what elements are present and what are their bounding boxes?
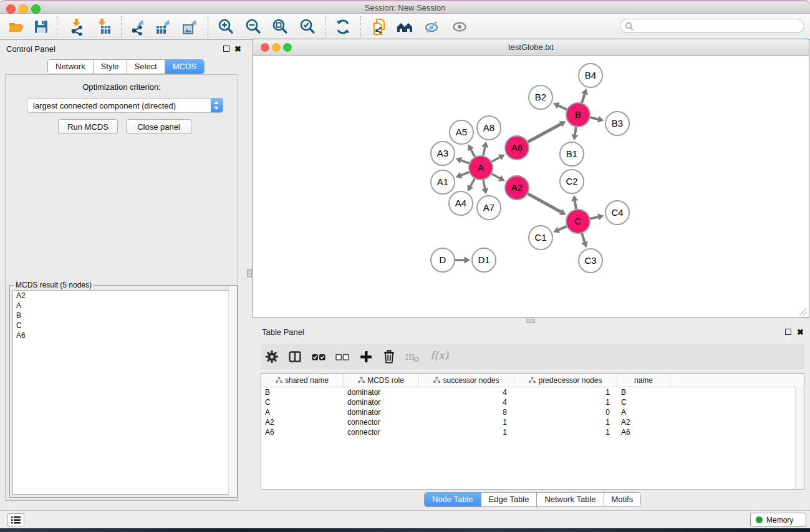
graph-node-A3[interactable]: A3 <box>431 142 455 165</box>
graph-node-A7[interactable]: A7 <box>477 196 501 220</box>
table-row[interactable]: Bdominator41B <box>261 387 804 397</box>
graph-edge-C-C2[interactable] <box>571 195 578 210</box>
select-all-checks-icon[interactable] <box>311 349 326 364</box>
graph-edge-A2-C[interactable] <box>528 194 566 215</box>
graph-node-A6[interactable]: A6 <box>505 136 529 160</box>
column-header[interactable]: successor nodes <box>419 374 514 387</box>
table-row[interactable]: A2connector11A2 <box>261 417 804 427</box>
graph-node-C2[interactable]: C2 <box>560 170 584 193</box>
task-history-button[interactable] <box>7 513 24 526</box>
tab-network-table[interactable]: Network Table <box>537 493 604 506</box>
graph-edge-A-A6[interactable] <box>492 154 505 162</box>
graph-edge-C-C4[interactable] <box>591 213 604 220</box>
save-session-icon[interactable] <box>32 18 50 36</box>
table-panel-float-icon[interactable] <box>785 329 791 335</box>
graph-node-A4[interactable]: A4 <box>449 191 473 215</box>
graph-edge-A-A5[interactable] <box>468 144 475 157</box>
list-item[interactable]: A2 <box>13 291 234 301</box>
list-item[interactable]: C <box>13 321 234 331</box>
tab-node-table[interactable]: Node Table <box>425 493 481 506</box>
tab-style[interactable]: Style <box>94 60 127 74</box>
open-session-icon[interactable] <box>7 18 25 36</box>
graph-edge-B-B4[interactable] <box>581 89 587 103</box>
list-item[interactable]: A <box>13 301 234 311</box>
tab-network[interactable]: Network <box>48 60 94 74</box>
add-column-icon[interactable] <box>359 349 374 364</box>
graph-node-D[interactable]: D <box>431 248 455 272</box>
mcds-result-scrollbar[interactable] <box>228 286 237 497</box>
graph-node-A[interactable]: A <box>469 156 493 180</box>
zoom-out-icon[interactable] <box>244 18 262 36</box>
graph-node-A1[interactable]: A1 <box>431 170 455 194</box>
graph-node-C3[interactable]: C3 <box>579 249 602 273</box>
graph-node-A8[interactable]: A8 <box>477 116 501 140</box>
graph-edge-B-B1[interactable] <box>572 127 579 141</box>
list-item[interactable]: A6 <box>13 331 234 341</box>
graph-edge-A-A2[interactable] <box>492 174 505 181</box>
export-network-icon[interactable] <box>129 18 147 36</box>
graph-node-D1[interactable]: D1 <box>472 248 496 272</box>
mcds-result-list[interactable]: A2ABCA6 <box>12 290 234 495</box>
graph-edge-A-A4[interactable] <box>468 178 475 191</box>
tab-select[interactable]: Select <box>127 60 165 74</box>
new-network-from-selection-icon[interactable] <box>370 18 388 36</box>
cytoscape-home-icon[interactable] <box>396 18 413 36</box>
control-panel-float-icon[interactable] <box>223 46 229 52</box>
import-table-icon[interactable] <box>95 18 113 36</box>
search-input[interactable] <box>635 20 801 33</box>
graph-edge-A-A8[interactable] <box>481 142 488 156</box>
graph-edge-A-A3[interactable] <box>456 157 470 163</box>
hide-selected-icon[interactable] <box>423 18 440 36</box>
optimization-criterion-select[interactable]: largest connected component (directed) <box>27 98 223 113</box>
show-all-icon[interactable] <box>451 18 468 36</box>
graph-node-B4[interactable]: B4 <box>579 64 602 87</box>
delete-table-icon[interactable] <box>405 349 420 364</box>
graph-node-B3[interactable]: B3 <box>605 112 629 135</box>
column-header[interactable]: shared name <box>261 374 344 387</box>
refresh-network-icon[interactable] <box>334 18 352 36</box>
import-network-icon[interactable] <box>68 18 85 36</box>
control-panel-close-icon[interactable]: ✖ <box>234 46 241 52</box>
network-graph[interactable]: AA1A2A3A4A5A6A7A8BB1B2B3B4CC1C2C3C4DD1 <box>253 56 809 317</box>
table-row[interactable]: Adominator80A <box>261 407 804 417</box>
zoom-fit-icon[interactable] <box>271 18 289 36</box>
column-header[interactable]: MCDS role <box>344 374 419 387</box>
graph-node-A5[interactable]: A5 <box>450 120 473 144</box>
graph-edge-B-B3[interactable] <box>591 116 604 123</box>
graph-node-A2[interactable]: A2 <box>505 176 529 200</box>
zoom-selected-icon[interactable] <box>299 18 316 36</box>
tab-edge-table[interactable]: Edge Table <box>481 493 538 506</box>
table-panel-close-icon[interactable]: ✖ <box>797 329 804 336</box>
delete-columns-icon[interactable] <box>382 349 397 364</box>
graph-edge-B-B2[interactable] <box>553 102 567 109</box>
graph-edge-C-C1[interactable] <box>553 226 566 233</box>
graph-node-B2[interactable]: B2 <box>529 85 552 109</box>
tab-mcds[interactable]: MCDS <box>165 60 204 74</box>
graph-node-C[interactable]: C <box>566 210 590 233</box>
table-row[interactable]: A6connector11A6 <box>261 427 804 437</box>
zoom-in-icon[interactable] <box>217 18 234 36</box>
graph-node-C4[interactable]: C4 <box>605 201 629 225</box>
table-settings-icon[interactable] <box>264 349 279 364</box>
column-header[interactable]: predecessor nodes <box>514 374 617 387</box>
export-image-icon[interactable] <box>181 18 199 36</box>
function-builder-icon[interactable]: f(x) <box>430 349 448 362</box>
graph-edge-A-A7[interactable] <box>481 180 488 195</box>
graph-edge-A6-B[interactable] <box>528 121 566 142</box>
graph-edge-D-D1[interactable] <box>455 257 470 264</box>
vertical-divider-handle[interactable] <box>247 269 252 278</box>
table-row[interactable]: Cdominator41C <box>261 397 804 407</box>
graph-edge-A-A1[interactable] <box>456 172 470 178</box>
run-mcds-button[interactable]: Run MCDS <box>58 119 118 134</box>
column-visibility-icon[interactable] <box>287 349 302 364</box>
table-scrollbar[interactable] <box>795 387 804 489</box>
window-resize-grip[interactable] <box>799 308 807 316</box>
memory-button[interactable]: Memory <box>750 513 806 527</box>
deselect-all-checks-icon[interactable] <box>335 349 350 364</box>
close-panel-button[interactable]: Close panel <box>126 119 191 134</box>
column-header[interactable]: name <box>617 374 670 387</box>
tab-motifs[interactable]: Motifs <box>604 493 641 506</box>
list-item[interactable]: B <box>13 311 234 321</box>
graph-edge-C-C3[interactable] <box>581 233 587 248</box>
export-table-icon[interactable] <box>155 18 172 36</box>
